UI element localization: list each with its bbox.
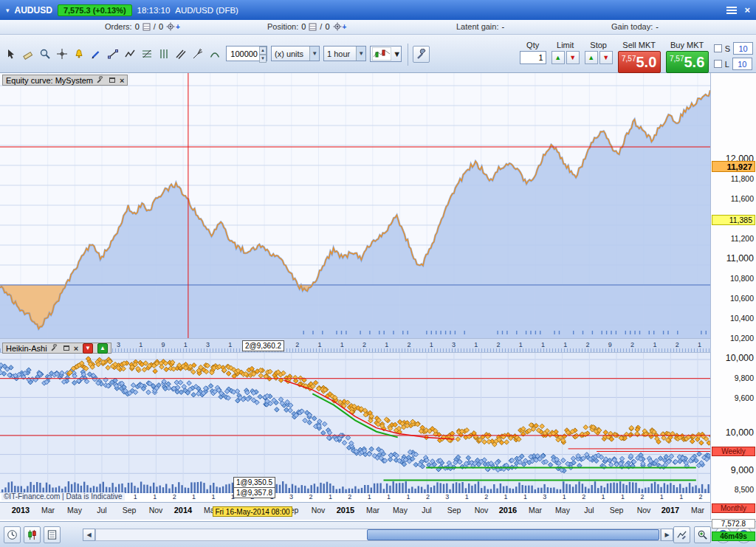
limit-column: Limit ▲ ▼ <box>551 41 580 64</box>
parallel-lines-tool-icon[interactable] <box>173 46 188 61</box>
count-label: 3 <box>289 493 293 502</box>
stop-sell-button[interactable]: ▼ <box>599 51 613 64</box>
clock-icon[interactable] <box>4 526 21 543</box>
scrollbar-track[interactable] <box>95 529 661 541</box>
alert-bell-icon[interactable] <box>71 46 86 61</box>
pointer-tool-icon[interactable] <box>3 46 18 61</box>
heikin-panel-tab[interactable]: Heikin-Ashi × ▼ ▲ <box>2 343 111 354</box>
stop-label: Stop <box>590 41 607 49</box>
wrench-icon[interactable] <box>96 76 105 85</box>
units-select[interactable]: (x) units ▼ <box>271 46 320 61</box>
zoom-tool-icon[interactable] <box>37 46 52 61</box>
arc-tool-icon[interactable] <box>207 46 222 61</box>
close-icon[interactable]: × <box>74 344 78 353</box>
x-axis-label: Mar <box>683 506 712 515</box>
chevron-down-icon[interactable]: ▼ <box>356 47 365 61</box>
buy-market-button[interactable]: 7,575.6 <box>666 51 709 73</box>
stop-buy-button[interactable]: ▲ <box>585 51 598 64</box>
y-axis-label: 10,000 <box>712 354 754 362</box>
gain-today-value: - <box>656 22 659 31</box>
orders-list-icon[interactable] <box>142 23 151 31</box>
pitchfork-tool-icon[interactable] <box>190 46 205 61</box>
window-menu-icon[interactable] <box>726 7 737 14</box>
chevron-down-icon[interactable]: ▼ <box>309 47 319 61</box>
wrench-icon[interactable] <box>50 344 59 353</box>
count-label: 9 <box>608 341 612 350</box>
level-price-tag: 11,385 <box>712 215 755 225</box>
quantity-up-icon[interactable]: ▲ <box>259 47 267 55</box>
heikin-chart-panel[interactable] <box>0 353 710 493</box>
limit-checkbox[interactable] <box>714 60 722 68</box>
order-tooltip: 1@9,357.8 <box>233 487 275 498</box>
count-label: 1 <box>192 493 196 502</box>
position-list-icon[interactable] <box>309 23 317 31</box>
scrollbar-thumb[interactable] <box>367 529 659 540</box>
count-label: 2 <box>676 341 679 350</box>
orders-add-icon[interactable]: + <box>176 23 180 31</box>
count-label: 1 <box>139 341 142 350</box>
symbol-label[interactable]: AUDUSD <box>15 5 52 16</box>
equity-chart-panel[interactable] <box>0 73 710 338</box>
buy-arrow-button[interactable]: ▲ <box>97 343 108 354</box>
zigzag-tool-icon[interactable] <box>122 46 137 61</box>
limit-sell-button[interactable]: ▼ <box>566 51 580 64</box>
quantity-down-icon[interactable]: ▼ <box>259 55 267 63</box>
count-label: 2 <box>173 493 176 502</box>
price-axis[interactable]: 11,927 11,385 Weekly Monthly 7,572.8 46m… <box>710 73 756 520</box>
count-label: 1 <box>465 493 469 502</box>
journal-icon[interactable] <box>44 526 61 543</box>
stop-checkbox[interactable] <box>714 44 722 52</box>
y-axis-label: 10,400 <box>712 314 754 323</box>
close-icon[interactable]: × <box>744 4 750 16</box>
zoom-selection-icon[interactable] <box>694 526 711 543</box>
draw-pencil-icon[interactable] <box>88 46 103 61</box>
count-label: 1 <box>228 341 232 350</box>
quantity-stepper[interactable]: ▲▼ <box>226 46 267 61</box>
position-settings-gear-icon[interactable] <box>333 22 342 31</box>
timeframe-select[interactable]: 1 hour ▼ <box>323 46 366 61</box>
buy-price-prefix: 7,57 <box>670 55 684 63</box>
count-label: 2 <box>640 493 644 502</box>
qty-input[interactable] <box>520 51 546 64</box>
sell-market-button[interactable]: 7,575.0 <box>618 51 661 73</box>
x-axis-label: Jul <box>87 506 117 515</box>
candlestick-mode-icon[interactable] <box>24 526 41 543</box>
limit-distance-input[interactable] <box>732 58 752 70</box>
chart-type-button[interactable]: ▼ <box>370 46 402 62</box>
count-label: 2 <box>484 493 488 502</box>
orders-settings-gear-icon[interactable] <box>166 22 175 31</box>
chart-settings-button[interactable] <box>413 46 430 63</box>
stop-distance-input[interactable] <box>733 42 753 55</box>
count-label: 2 <box>497 341 501 350</box>
units-select-value: (x) units <box>275 49 303 58</box>
chart-config-icon[interactable] <box>673 526 690 543</box>
position-add-icon[interactable]: + <box>343 23 347 31</box>
chart-type-dropdown-icon[interactable]: ▼ <box>393 49 401 58</box>
stop-limit-column: S L <box>714 42 753 70</box>
symbol-dropdown-icon[interactable]: ▾ <box>6 7 10 14</box>
close-icon[interactable]: × <box>120 76 124 85</box>
y-axis-label: 9,000 <box>712 466 754 475</box>
scroll-right-icon[interactable]: ▶ <box>661 529 673 541</box>
x-axis-label: Nov <box>303 506 333 515</box>
maximize-icon[interactable] <box>62 344 71 353</box>
maximize-icon[interactable] <box>108 76 117 85</box>
vertical-lines-tool-icon[interactable] <box>156 46 171 61</box>
count-label: 1 <box>184 341 188 350</box>
heikin-panel-title: Heikin-Ashi <box>6 344 47 353</box>
count-label: 2 <box>426 493 430 502</box>
time-axis[interactable]: 2013MarMayJulSepNov2014MarMayJulSepNov20… <box>0 502 710 520</box>
scroll-left-icon[interactable]: ◀ <box>83 529 95 541</box>
trade-panel: Qty Limit ▲ ▼ Stop ▲ ▼ Sell MKT <box>520 41 753 73</box>
crosshair-tool-icon[interactable] <box>54 46 69 61</box>
equity-panel-tab[interactable]: Equity curve: MySystem × <box>2 75 128 86</box>
sell-arrow-button[interactable]: ▼ <box>83 343 93 354</box>
trendline-tool-icon[interactable] <box>105 46 120 61</box>
chart-scrollbar[interactable]: ◀ ▶ <box>83 529 673 541</box>
fibonacci-tool-icon[interactable] <box>139 46 154 61</box>
y-axis-label: 9,600 <box>712 393 754 402</box>
title-bar: ▾ AUDUSD 7,575.3 (+0.13%) 18:13:10 AUD/U… <box>0 0 756 20</box>
equity-panel-title: Equity curve: MySystem <box>6 76 93 85</box>
eraser-tool-icon[interactable] <box>20 46 35 61</box>
limit-buy-button[interactable]: ▲ <box>551 51 565 64</box>
